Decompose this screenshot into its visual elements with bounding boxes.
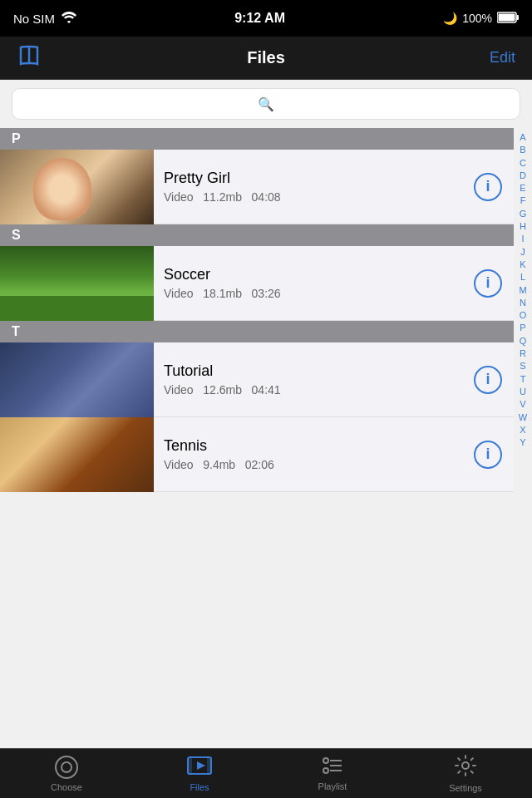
search-container: 🔍 <box>0 80 532 128</box>
book-icon <box>17 49 42 71</box>
svg-marker-8 <box>197 761 205 770</box>
alpha-N[interactable]: N <box>515 297 531 308</box>
nav-right: Edit <box>466 49 515 66</box>
list-item[interactable]: Tutorial Video 12.6mb 04:41 i <box>0 342 514 417</box>
tab-choose-label: Choose <box>51 782 82 792</box>
status-battery-area: 🌙 100% <box>443 12 519 26</box>
search-icon: 🔍 <box>258 96 274 112</box>
alpha-K[interactable]: K <box>515 259 531 270</box>
file-name: Soccer <box>164 266 464 283</box>
thumbnail-tennis <box>0 417 154 492</box>
alpha-A[interactable]: A <box>515 131 531 143</box>
tab-playlist-label: Playlist <box>318 781 347 791</box>
alpha-J[interactable]: J <box>515 246 531 258</box>
alpha-Q[interactable]: Q <box>515 335 531 347</box>
tab-settings[interactable]: Settings <box>399 755 532 793</box>
info-button-soccer[interactable]: i <box>474 269 502 298</box>
alpha-B[interactable]: B <box>515 144 531 155</box>
alpha-E[interactable]: E <box>515 182 531 194</box>
alpha-X[interactable]: X <box>515 424 531 436</box>
moon-icon: 🌙 <box>443 12 457 25</box>
tab-files[interactable]: Files <box>133 756 266 792</box>
file-info-tutorial: Tutorial Video 12.6mb 04:41 <box>154 362 474 397</box>
file-meta: Video 9.4mb 02:06 <box>164 458 464 471</box>
alpha-W[interactable]: W <box>515 411 531 423</box>
status-bar: No SIM 9:12 AM 🌙 100% <box>0 0 532 37</box>
file-info-tennis: Tennis Video 9.4mb 02:06 <box>154 437 474 471</box>
alpha-M[interactable]: M <box>515 284 531 296</box>
tab-playlist[interactable]: Playlist <box>266 756 399 791</box>
alpha-C[interactable]: C <box>515 157 531 169</box>
alpha-L[interactable]: L <box>515 271 531 283</box>
file-meta: Video 11.2mb 04:08 <box>164 190 464 204</box>
svg-point-4 <box>62 762 71 772</box>
thumbnail-pretty <box>0 150 154 224</box>
alpha-P[interactable]: P <box>515 322 531 333</box>
info-button-pretty[interactable]: i <box>474 173 502 201</box>
tab-settings-label: Settings <box>449 783 482 793</box>
playlist-icon <box>322 756 343 778</box>
thumbnail-soccer <box>0 246 154 321</box>
file-meta: Video 18.1mb 03:26 <box>164 287 464 300</box>
files-icon <box>187 756 212 779</box>
file-info-soccer: Soccer Video 18.1mb 03:26 <box>154 266 474 300</box>
alpha-G[interactable]: G <box>515 208 531 219</box>
tab-files-label: Files <box>190 782 209 792</box>
info-button-tutorial[interactable]: i <box>474 366 502 394</box>
alphabet-sidebar: A B C D E F G H I J K L M N O P Q R S T … <box>514 128 532 748</box>
battery-icon <box>497 12 519 26</box>
alpha-H[interactable]: H <box>515 220 531 232</box>
svg-rect-6 <box>188 757 192 774</box>
status-time: 9:12 AM <box>234 11 285 26</box>
nav-bar: Files Edit <box>0 37 532 80</box>
alpha-U[interactable]: U <box>515 386 531 397</box>
svg-rect-7 <box>207 757 211 774</box>
alpha-I[interactable]: I <box>515 233 531 244</box>
alpha-R[interactable]: R <box>515 347 531 359</box>
status-carrier-area: No SIM <box>13 12 76 26</box>
nav-book-button[interactable] <box>17 44 66 72</box>
svg-point-14 <box>462 762 469 769</box>
wifi-icon <box>62 12 76 26</box>
list-item[interactable]: Pretty Girl Video 11.2mb 04:08 i <box>0 150 514 224</box>
thumbnail-tutorial <box>0 342 154 417</box>
file-name: Pretty Girl <box>164 170 464 187</box>
file-info-pretty: Pretty Girl Video 11.2mb 04:08 <box>154 170 474 204</box>
alpha-O[interactable]: O <box>515 309 531 321</box>
page-title: Files <box>66 48 466 67</box>
list-item[interactable]: Soccer Video 18.1mb 03:26 i <box>0 246 514 321</box>
alpha-T[interactable]: T <box>515 373 531 385</box>
content-area: P Pretty Girl Video 11.2mb 04:08 i S Soc… <box>0 128 532 748</box>
section-header-p: P <box>0 128 514 150</box>
choose-icon <box>55 756 78 779</box>
tab-bar: Choose Files Playlist <box>0 748 532 798</box>
info-button-tennis[interactable]: i <box>474 441 502 469</box>
svg-rect-1 <box>517 15 520 20</box>
tab-choose[interactable]: Choose <box>0 756 133 792</box>
carrier-text: No SIM <box>13 12 55 26</box>
svg-point-10 <box>323 768 328 773</box>
edit-button[interactable]: Edit <box>490 49 515 66</box>
alpha-Y[interactable]: Y <box>515 436 531 448</box>
alpha-F[interactable]: F <box>515 195 531 206</box>
svg-point-9 <box>323 758 328 763</box>
alpha-D[interactable]: D <box>515 170 531 181</box>
file-name: Tutorial <box>164 362 464 380</box>
search-box[interactable]: 🔍 <box>12 88 520 120</box>
file-meta: Video 12.6mb 04:41 <box>164 383 464 397</box>
section-header-t: T <box>0 321 514 342</box>
alpha-V[interactable]: V <box>515 398 531 410</box>
battery-percent: 100% <box>462 12 492 25</box>
file-list: P Pretty Girl Video 11.2mb 04:08 i S Soc… <box>0 128 514 748</box>
section-header-s: S <box>0 224 514 246</box>
svg-rect-2 <box>499 13 515 21</box>
alpha-S[interactable]: S <box>515 360 531 372</box>
settings-icon <box>455 755 476 780</box>
list-item[interactable]: Tennis Video 9.4mb 02:06 i <box>0 417 514 492</box>
file-name: Tennis <box>164 437 464 455</box>
